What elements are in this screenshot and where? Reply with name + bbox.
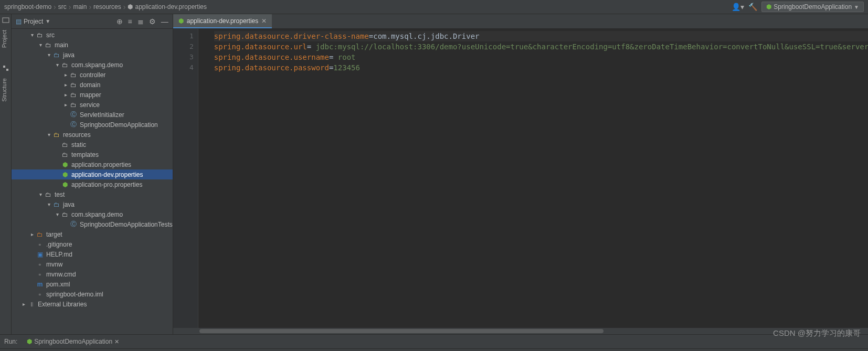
panel-title: Project	[24, 18, 43, 25]
tree-item[interactable]: ▫mvnw.cmd	[12, 269, 173, 279]
code-content[interactable]: spring.datasource.driver-class-name=com.…	[198, 29, 868, 328]
tree-item-label: External Libraries	[38, 301, 87, 308]
editor-tabs: ⬢ application-dev.properties ✕	[173, 14, 868, 29]
tree-item-label: SpringbootDemoApplication	[80, 121, 158, 129]
spring-icon: ⬢	[27, 338, 32, 345]
tree-item[interactable]: ▸🗀domain	[12, 80, 173, 90]
tree-arrow-icon[interactable]: ▸	[20, 301, 27, 307]
tree-item[interactable]: 🗀static	[12, 140, 173, 150]
close-tab-icon[interactable]: ✕	[261, 17, 267, 25]
spring-leaf-icon: ⬢	[128, 3, 133, 10]
tree-item[interactable]: ▸⫴External Libraries	[12, 299, 173, 309]
scrollbar-thumb[interactable]	[199, 329, 604, 333]
tree-arrow-icon[interactable]: ▸	[62, 82, 69, 88]
tree-item[interactable]: ⬢application-dev.properties	[12, 169, 173, 179]
tree-item[interactable]: ▫springboot-demo.iml	[12, 289, 173, 299]
tree-arrow-icon[interactable]: ▾	[28, 32, 36, 38]
editor-tab[interactable]: ⬢ application-dev.properties ✕	[173, 14, 272, 28]
project-tab[interactable]: Project	[0, 26, 11, 52]
tree-item[interactable]: ▾🗀com.skpang.demo	[12, 209, 173, 219]
chevron-down-icon[interactable]: ▼	[45, 18, 50, 24]
tree-arrow-icon[interactable]: ▾	[54, 62, 61, 68]
run-tab[interactable]: ⬢ SpringbootDemoApplication ✕	[24, 337, 122, 346]
tree-item-label: ServletInitializer	[80, 111, 124, 119]
project-tab-icon[interactable]	[1, 15, 10, 25]
tree-item[interactable]: ▾🗀java	[12, 50, 173, 60]
tree-item-label: java	[63, 201, 75, 208]
project-view-icon: ▤	[16, 18, 22, 25]
tree-item[interactable]: ▸🗀service	[12, 100, 173, 110]
tree-item[interactable]: ⒸSpringbootDemoApplication	[12, 120, 173, 130]
collapse-all-icon[interactable]: ≣	[137, 17, 144, 26]
left-rail: Project Structure	[0, 14, 12, 334]
crumb[interactable]: main	[73, 3, 87, 10]
tree-item[interactable]: ⒸSpringbootDemoApplicationTests	[12, 219, 173, 229]
tree-arrow-icon[interactable]: ▾	[45, 201, 52, 207]
tree-arrow-icon[interactable]: ▾	[54, 211, 61, 217]
svg-rect-2	[6, 69, 8, 71]
tree-item-label: domain	[80, 81, 100, 89]
tree-arrow-icon[interactable]: ▸	[62, 92, 69, 98]
tree-item[interactable]: ▣HELP.md	[12, 249, 173, 259]
tree-item[interactable]: ▫.gitignore	[12, 239, 173, 249]
tree-item[interactable]: ▾🗀src	[12, 30, 173, 40]
tree-arrow-icon[interactable]: ▾	[37, 42, 44, 48]
structure-tab-icon[interactable]	[1, 63, 10, 73]
tree-arrow-icon[interactable]: ▸	[62, 102, 69, 108]
tree-item-label: .gitignore	[46, 241, 72, 248]
crumb[interactable]: application-dev.properties	[135, 3, 207, 10]
select-opened-file-icon[interactable]: ⊕	[117, 17, 123, 26]
tree-item[interactable]: ⒸServletInitializer	[12, 110, 173, 120]
crumb[interactable]: resources	[93, 3, 121, 10]
tree-item-label: src	[46, 31, 55, 39]
tree-item[interactable]: ▾🗀main	[12, 40, 173, 50]
editor[interactable]: 1234 spring.datasource.driver-class-name…	[173, 29, 868, 328]
tree-item[interactable]: ▾🗀java	[12, 199, 173, 209]
tree-item-label: controller	[80, 71, 105, 79]
hide-panel-icon[interactable]: —	[161, 17, 168, 26]
tree-arrow-icon[interactable]: ▸	[28, 231, 36, 237]
tree-item[interactable]: ▾🗀resources	[12, 130, 173, 140]
user-icon[interactable]: 👤▾	[732, 3, 744, 11]
tree-item[interactable]: ▸🗀target	[12, 229, 173, 239]
tree-item[interactable]: ⬢application-pro.properties	[12, 179, 173, 189]
tree-item-label: java	[63, 51, 75, 59]
expand-all-icon[interactable]: ≡	[128, 17, 132, 26]
run-config-selector[interactable]: ⬢ SpringbootDemoApplication ▼	[761, 2, 864, 12]
tree-item-label: SpringbootDemoApplicationTests	[80, 221, 173, 228]
tree-item-label: target	[46, 231, 62, 238]
horizontal-scrollbar[interactable]	[173, 328, 868, 334]
close-icon[interactable]: ✕	[114, 338, 119, 345]
editor-area: ⬢ application-dev.properties ✕ 1234 spri…	[173, 14, 868, 334]
tree-item-label: springboot-demo.iml	[46, 291, 103, 298]
tree-item[interactable]: ⬢application.properties	[12, 159, 173, 169]
tree-item-label: resources	[63, 131, 91, 139]
build-icon[interactable]: 🔨	[748, 3, 757, 11]
tree-item[interactable]: ▸🗀controller	[12, 70, 173, 80]
settings-icon[interactable]: ⚙	[149, 17, 156, 26]
tree-item[interactable]: ▾🗀com.skpang.demo	[12, 60, 173, 70]
tree-item-label: application-pro.properties	[71, 181, 142, 188]
project-tree[interactable]: ▾🗀src▾🗀main▾🗀java▾🗀com.skpang.demo▸🗀cont…	[12, 29, 173, 334]
tree-item-label: mvnw.cmd	[46, 271, 76, 278]
tree-item[interactable]: ▸🗀mapper	[12, 90, 173, 100]
tree-item[interactable]: mpom.xml	[12, 279, 173, 289]
main-area: Project Structure ▤ Project ▼ ⊕ ≡ ≣ ⚙ — …	[0, 14, 868, 334]
structure-tab[interactable]: Structure	[0, 74, 11, 106]
tree-item[interactable]: ▾🗀test	[12, 189, 173, 199]
crumb[interactable]: springboot-demo	[4, 3, 51, 10]
tree-arrow-icon[interactable]: ▾	[37, 192, 44, 197]
breadcrumb[interactable]: springboot-demo› src› main› resources› ⬢…	[4, 3, 732, 11]
svg-rect-1	[3, 66, 5, 68]
gutter: 1234	[173, 29, 198, 328]
tree-item[interactable]: ▫mvnw	[12, 259, 173, 269]
spring-icon: ⬢	[766, 3, 771, 10]
tree-arrow-icon[interactable]: ▸	[62, 72, 69, 78]
tree-item[interactable]: 🗀templates	[12, 150, 173, 159]
run-tool-window-tabs: Run: ⬢ SpringbootDemoApplication ✕	[0, 334, 868, 348]
crumb[interactable]: src	[58, 3, 67, 10]
tree-item-label: templates	[71, 151, 99, 158]
tree-arrow-icon[interactable]: ▾	[45, 132, 52, 137]
tree-item-label: test	[55, 191, 65, 198]
tree-arrow-icon[interactable]: ▾	[45, 52, 52, 58]
